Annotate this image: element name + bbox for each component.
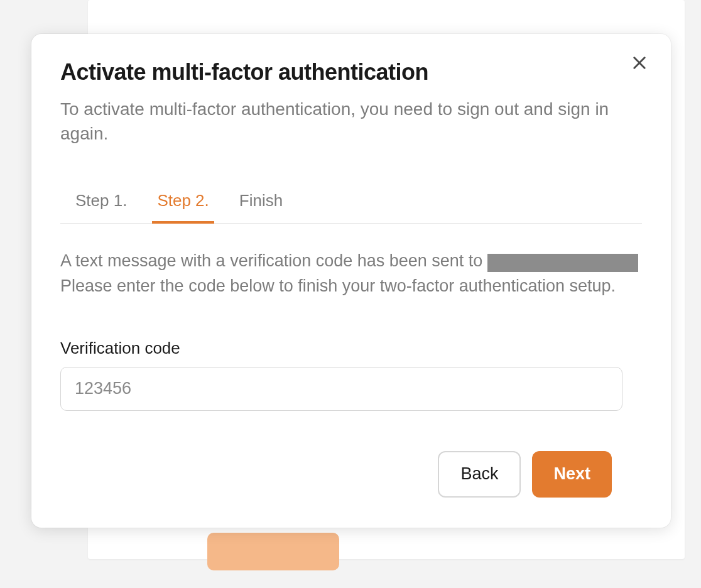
close-button[interactable] [631,54,648,72]
background-accent [207,533,339,570]
step-tabs: Step 1. Step 2. Finish [60,191,642,224]
instruction-text-before: A text message with a verification code … [60,251,487,270]
tab-step-2[interactable]: Step 2. [157,191,209,223]
instruction-text-after: Please enter the code below to finish yo… [60,276,616,295]
tab-step-1[interactable]: Step 1. [75,191,127,223]
next-button[interactable]: Next [532,451,612,498]
redacted-phone [487,254,638,272]
verification-code-input[interactable] [60,367,622,411]
instruction-text: A text message with a verification code … [60,249,642,298]
modal-subtitle: To activate multi-factor authentication,… [60,97,642,146]
tab-finish[interactable]: Finish [239,191,283,223]
verification-code-label: Verification code [60,339,642,358]
modal-title: Activate multi-factor authentication [60,59,642,85]
mfa-activation-modal: Activate multi-factor authentication To … [31,34,671,528]
button-row: Back Next [60,451,642,498]
close-icon [631,54,648,72]
back-button[interactable]: Back [438,451,521,498]
